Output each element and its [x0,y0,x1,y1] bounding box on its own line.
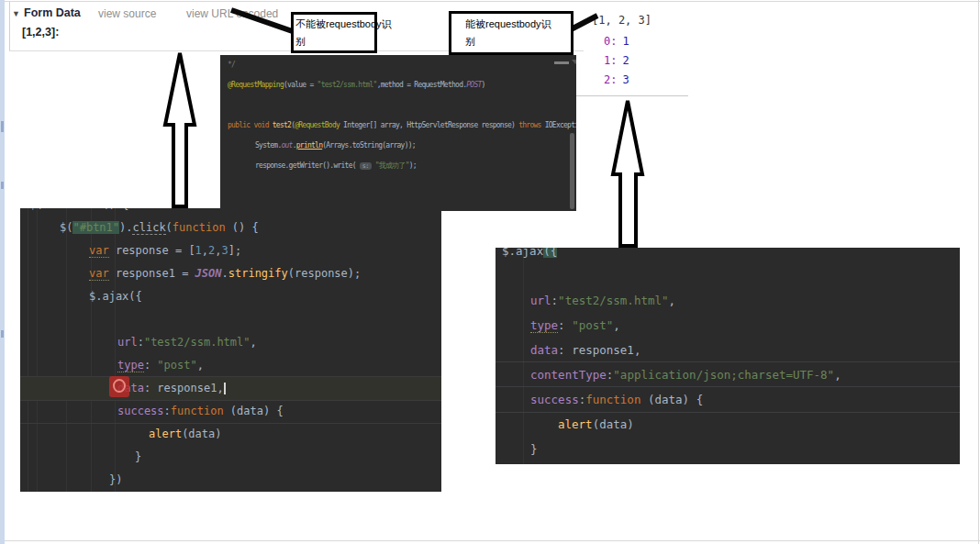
devtools-pane-border [9,2,10,50]
code-line: $.ajax({ [496,248,960,263]
code-line: url:"test2/ssm.html", [20,331,441,354]
json-value: 3 [622,73,629,86]
code-line: contentType:"application/json;charset=UT… [496,362,960,387]
code-line: data: response1, [20,377,441,400]
java-editor-pane[interactable]: */@RequestMapping(value = "test2/ssm.htm… [220,55,576,211]
callout-text: 不能被requestbody识 [295,16,374,33]
code-line: }) [496,461,960,464]
form-data-expander-icon[interactable]: ▼ [12,10,20,18]
callout-text: 别 [295,33,374,50]
code-line: var response1 = JSON.stringify(response)… [20,262,441,285]
code-line: success:function (data) { [20,400,441,423]
json-preview-entry: 0:1 [604,35,629,48]
code-line: $.ajax({ [20,285,441,308]
code-line: System.out.println(Arrays.toString(array… [220,136,576,156]
view-url-encoded-link[interactable]: view URL encoded [186,7,278,20]
code-line: }) [20,469,441,492]
json-preview-summary[interactable]: [1, 2, 3] [592,14,651,27]
chevron-down-icon [572,60,576,64]
collapse-dash-icon[interactable] [554,61,569,64]
form-data-title: Form Data [24,6,81,19]
code-line: } [496,437,960,461]
scrollbar-mark [1,330,4,338]
json-value: 2 [622,54,629,67]
editor-scrollbar-thumb[interactable] [570,133,574,209]
json-preview-entry: 1:2 [604,54,629,67]
window-border-right [978,0,979,544]
js-editor-right-pane[interactable]: $.ajax({ url:"test2/ssm.html",type: "pos… [496,248,960,464]
code-line: */ [220,55,576,75]
code-line: alert(data) [496,412,960,437]
search-match-highlight [109,376,129,397]
up-arrow-icon [165,53,195,206]
code-line: data: response1, [496,338,960,362]
code-line [496,263,960,288]
window-border-bottom [0,540,980,541]
json-key: 0: [604,35,617,48]
callout-text: 能被requestbody识 [465,16,571,33]
code-line: alert(data) [20,423,441,446]
code-line: type: "post", [496,313,960,338]
scrollbar-mark [1,182,4,189]
json-value: 1 [622,35,629,48]
screenshot-root: ▼ Form Data view source view URL encoded… [0,0,980,544]
code-line: $(function () { [20,208,441,216]
json-panel-separator [575,95,688,96]
code-line: url:"test2/ssm.html", [496,288,960,313]
code-line [20,308,441,331]
code-line: type: "post", [20,354,441,377]
code-line: @RequestMapping(value = "test2/ssm.html"… [220,75,576,95]
up-arrow-icon [613,101,642,246]
callout-box-recognized: 能被requestbody识 别 [449,11,574,55]
code-line: response.getWriter().write( s: "我成功了"); [220,156,576,176]
callout-box-not-recognized: 不能被requestbody识 别 [291,12,377,53]
code-line: } [20,446,441,469]
code-line: public void test2(@RequestBody Integer[]… [220,116,576,136]
form-data-value: [1,2,3]: [22,26,59,39]
left-scrollbar-track[interactable] [0,0,5,544]
code-line: success:function (data) { [496,387,960,412]
callout-text: 别 [465,33,571,50]
code-line: $("#btn1").click(function () { [20,216,441,239]
scrollbar-mark [1,121,4,132]
window-border-top [0,1,980,2]
view-source-link[interactable]: view source [98,7,156,20]
json-preview-entry: 2:3 [604,73,629,86]
code-line [220,95,576,116]
code-line: var response = [1,2,3]; [20,239,441,262]
json-key: 1: [604,54,617,67]
json-key: 2: [604,73,617,86]
js-editor-left-pane[interactable]: $(function () {$("#btn1").click(function… [20,208,441,492]
